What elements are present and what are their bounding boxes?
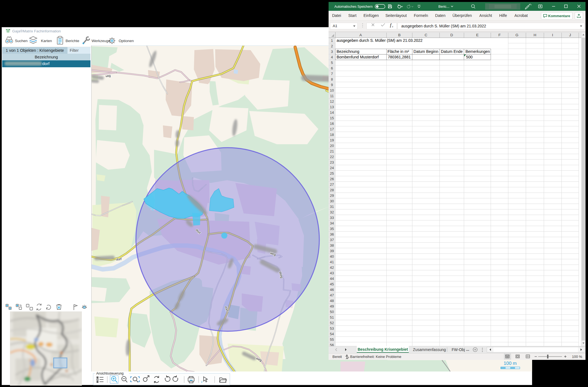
svg-text:11: 11: [330, 94, 334, 98]
svg-text:G: G: [516, 33, 519, 37]
svg-text:18: 18: [330, 133, 334, 137]
svg-text:25: 25: [330, 171, 334, 176]
svg-text:Fläche in m²: Fläche in m²: [387, 49, 409, 54]
svg-text:29: 29: [330, 194, 334, 198]
svg-text:51: 51: [330, 315, 334, 319]
svg-text:54: 54: [330, 332, 334, 336]
svg-text:36: 36: [330, 232, 334, 236]
svg-text:C: C: [425, 33, 427, 37]
svg-text:Ansichtssteuerung: Ansichtssteuerung: [96, 371, 124, 375]
svg-text:100 %: 100 %: [572, 355, 582, 359]
svg-text:37: 37: [330, 238, 334, 242]
svg-text:43: 43: [330, 271, 334, 275]
svg-text:19: 19: [330, 138, 334, 142]
svg-text:15: 15: [330, 116, 334, 120]
svg-text:10: 10: [330, 88, 334, 92]
svg-text:27: 27: [330, 182, 334, 187]
svg-text:F: F: [498, 33, 501, 37]
svg-text:31: 31: [330, 205, 334, 209]
svg-text:Werkzeuge: Werkzeuge: [92, 39, 110, 43]
svg-text:41: 41: [330, 260, 334, 264]
svg-text:ausgegeben durch S. Müller (SM: ausgegeben durch S. Müller (SM) am 21.03…: [337, 38, 423, 43]
svg-text:50: 50: [330, 310, 334, 314]
svg-text:30: 30: [330, 199, 334, 203]
svg-text:D: D: [450, 33, 453, 37]
svg-text:Datum Beginn: Datum Beginn: [413, 49, 438, 54]
svg-text:47: 47: [330, 293, 334, 297]
svg-text:44: 44: [330, 277, 334, 281]
svg-text:16: 16: [330, 122, 334, 126]
svg-text:780361,2881: 780361,2881: [388, 55, 411, 59]
svg-text:6: 6: [331, 66, 333, 70]
svg-text:500: 500: [466, 55, 473, 59]
svg-text:Bombenfund Musterdorf: Bombenfund Musterdorf: [337, 55, 379, 59]
svg-text:24: 24: [330, 166, 334, 170]
svg-text:H: H: [534, 33, 536, 37]
svg-text:B: B: [398, 33, 400, 37]
svg-text:7: 7: [331, 72, 333, 76]
svg-text:5: 5: [331, 61, 333, 65]
svg-text:49: 49: [330, 304, 334, 308]
svg-text:E: E: [476, 33, 478, 37]
svg-text:12: 12: [330, 99, 334, 104]
svg-text:32: 32: [330, 210, 334, 214]
svg-text:21: 21: [330, 149, 334, 153]
svg-text:45: 45: [330, 282, 334, 286]
svg-text:J: J: [569, 33, 571, 37]
svg-text:13: 13: [330, 105, 334, 109]
svg-text:1: 1: [331, 38, 333, 43]
svg-text:Suchen: Suchen: [15, 39, 28, 43]
svg-text:9: 9: [331, 83, 333, 87]
svg-text:34: 34: [330, 221, 334, 225]
svg-text:46: 46: [330, 288, 334, 292]
svg-text:Datum Ende: Datum Ende: [441, 49, 463, 54]
svg-text:4: 4: [331, 55, 333, 59]
svg-text:8: 8: [331, 77, 333, 81]
svg-text:Berichte: Berichte: [66, 39, 79, 43]
svg-text:22: 22: [330, 155, 334, 159]
svg-text:55: 55: [330, 337, 334, 342]
svg-text:2: 2: [331, 44, 333, 48]
svg-text:39: 39: [330, 249, 334, 253]
svg-text:40: 40: [330, 254, 334, 259]
svg-text:Optionen: Optionen: [119, 39, 134, 43]
svg-text:14: 14: [330, 110, 334, 115]
svg-text:35: 35: [330, 227, 334, 231]
svg-text:3: 3: [331, 50, 333, 54]
svg-text:28: 28: [330, 188, 334, 192]
svg-text:A: A: [359, 33, 362, 37]
svg-text:17: 17: [330, 127, 334, 131]
svg-text:Bezeichnung: Bezeichnung: [337, 49, 359, 54]
svg-text:26: 26: [330, 177, 334, 181]
svg-text:23: 23: [330, 160, 334, 164]
svg-text:42: 42: [330, 265, 334, 270]
svg-text:53: 53: [330, 326, 334, 331]
svg-text:48: 48: [330, 299, 334, 303]
svg-text:I: I: [552, 33, 553, 37]
svg-text:33: 33: [330, 216, 334, 220]
svg-text:dorf: dorf: [116, 257, 122, 261]
svg-text:20: 20: [330, 144, 334, 148]
svg-text:52: 52: [330, 321, 334, 325]
svg-text:38: 38: [330, 243, 334, 247]
svg-text:Karten: Karten: [41, 39, 52, 43]
svg-text:Bemerkungen: Bemerkungen: [465, 49, 490, 54]
svg-text:veg: veg: [105, 74, 111, 78]
